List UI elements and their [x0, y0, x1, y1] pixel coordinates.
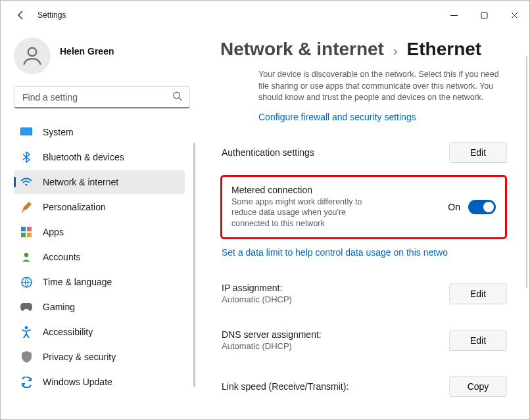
svg-rect-13: [27, 233, 32, 237]
svg-point-9: [25, 183, 27, 185]
sidebar-item-label: Personalization: [43, 202, 106, 212]
sidebar-item-label: Accessibility: [43, 327, 93, 337]
ip-assignment-row: IP assignment: Automatic (DHCP) Edit: [220, 276, 507, 311]
breadcrumb: Network & internet › Ethernet: [220, 39, 507, 60]
sidebar-item-apps[interactable]: Apps: [14, 220, 185, 244]
metered-toggle-state: On: [448, 202, 460, 212]
authentication-edit-button[interactable]: Edit: [449, 142, 507, 163]
gaming-icon: [20, 301, 32, 313]
apps-icon: [20, 226, 32, 238]
link-speed-label: Link speed (Receive/Transmit):: [222, 381, 349, 392]
search-wrap: [14, 86, 190, 108]
ip-edit-button[interactable]: Edit: [449, 283, 507, 304]
sidebar-item-accounts[interactable]: Accounts: [14, 245, 185, 269]
svg-rect-12: [21, 233, 26, 237]
sidebar: Helen Green System Bluetooth & devices N…: [1, 30, 198, 420]
firewall-settings-link[interactable]: Configure firewall and security settings: [220, 112, 507, 122]
titlebar: Settings: [1, 1, 529, 30]
sidebar-item-personalization[interactable]: Personalization: [14, 195, 185, 219]
dns-assignment-value: Automatic (DHCP): [222, 341, 322, 351]
shield-icon: [20, 351, 32, 363]
svg-line-6: [179, 98, 181, 101]
personalization-icon: [20, 201, 32, 213]
user-name: Helen Green: [60, 46, 152, 57]
sidebar-item-accessibility[interactable]: Accessibility: [14, 320, 185, 344]
main-content: Network & internet › Ethernet Your devic…: [198, 30, 529, 420]
breadcrumb-parent[interactable]: Network & internet: [220, 39, 384, 60]
accessibility-icon: [20, 326, 32, 338]
authentication-label: Authentication settings: [222, 147, 314, 158]
main-scrollbar[interactable]: [526, 56, 527, 289]
sidebar-scrollbar[interactable]: [193, 143, 195, 387]
sidebar-item-label: Accounts: [43, 252, 81, 262]
sidebar-item-label: Time & language: [43, 277, 112, 287]
search-icon: [172, 91, 182, 104]
bluetooth-icon: [20, 151, 32, 163]
time-language-icon: [20, 276, 32, 288]
sidebar-item-label: Network & internet: [43, 177, 118, 187]
svg-point-4: [28, 48, 37, 57]
dns-assignment-label: DNS server assignment:: [222, 329, 322, 340]
chevron-right-icon: ›: [393, 43, 398, 58]
svg-rect-8: [21, 128, 32, 135]
breadcrumb-current: Ethernet: [407, 39, 482, 60]
svg-rect-10: [21, 227, 26, 231]
windows-update-icon: [20, 376, 32, 388]
svg-rect-11: [27, 227, 32, 231]
user-account-row[interactable]: Helen Green: [14, 32, 193, 86]
metered-description: Some apps might work differently to redu…: [231, 197, 383, 230]
svg-rect-1: [481, 12, 487, 18]
ip-assignment-label: IP assignment:: [222, 283, 292, 293]
dns-edit-button[interactable]: Edit: [449, 330, 507, 351]
metered-title: Metered connection: [231, 185, 383, 195]
svg-point-17: [25, 326, 28, 329]
sidebar-item-time-language[interactable]: Time & language: [14, 270, 185, 294]
link-speed-row: Link speed (Receive/Transmit): Copy: [220, 369, 507, 404]
search-input[interactable]: [14, 86, 190, 108]
window-controls: [439, 1, 529, 30]
ip-assignment-value: Automatic (DHCP): [222, 294, 292, 304]
minimize-button[interactable]: [439, 1, 469, 30]
sidebar-item-privacy[interactable]: Privacy & security: [14, 345, 185, 369]
system-icon: [20, 126, 32, 138]
window-title: Settings: [37, 11, 66, 20]
sidebar-item-label: Windows Update: [43, 377, 112, 387]
link-speed-copy-button[interactable]: Copy: [449, 376, 507, 397]
sidebar-item-label: Privacy & security: [43, 352, 116, 362]
metered-connection-row: Metered connection Some apps might work …: [220, 175, 507, 240]
wifi-icon: [20, 176, 32, 188]
accounts-icon: [20, 251, 32, 263]
sidebar-item-windows-update[interactable]: Windows Update: [14, 370, 185, 394]
dns-assignment-row: DNS server assignment: Automatic (DHCP) …: [220, 323, 507, 358]
sidebar-nav: System Bluetooth & devices Network & int…: [14, 120, 193, 394]
close-button[interactable]: [499, 1, 529, 30]
sidebar-item-bluetooth[interactable]: Bluetooth & devices: [14, 145, 185, 169]
sidebar-item-label: Apps: [43, 227, 64, 237]
authentication-settings-row: Authentication settings Edit: [220, 135, 507, 170]
data-limit-link[interactable]: Set a data limit to help control data us…: [220, 247, 507, 258]
metered-toggle[interactable]: [468, 200, 496, 214]
sidebar-item-label: Gaming: [43, 302, 75, 312]
maximize-button[interactable]: [469, 1, 499, 30]
sidebar-item-network[interactable]: Network & internet: [14, 170, 185, 194]
user-email: [60, 57, 152, 66]
network-profile-description: Your device is discoverable on the netwo…: [220, 69, 507, 104]
sidebar-item-gaming[interactable]: Gaming: [14, 295, 185, 319]
sidebar-item-label: System: [43, 127, 74, 137]
avatar: [14, 37, 51, 74]
sidebar-item-system[interactable]: System: [14, 120, 185, 144]
sidebar-item-label: Bluetooth & devices: [43, 152, 124, 162]
svg-point-14: [24, 253, 28, 257]
back-button[interactable]: [15, 9, 27, 21]
svg-point-5: [174, 92, 180, 98]
